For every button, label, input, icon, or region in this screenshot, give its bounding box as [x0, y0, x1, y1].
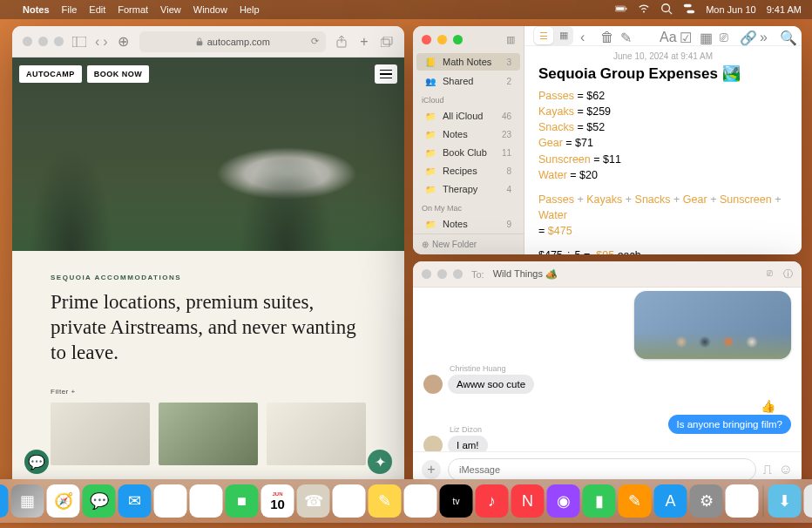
new-folder-button[interactable]: ⊕ New Folder: [413, 234, 524, 254]
shield-icon[interactable]: ⊕: [117, 33, 131, 50]
menu-edit[interactable]: Edit: [89, 4, 105, 15]
minimize-button[interactable]: [437, 35, 447, 44]
avatar[interactable]: [423, 436, 443, 451]
menubar-time[interactable]: 9:41 AM: [767, 4, 802, 15]
tabs-icon[interactable]: [380, 37, 394, 47]
dock-app-downloads[interactable]: ⬇: [768, 484, 802, 518]
dock-app-freeform[interactable]: ✏: [404, 484, 437, 518]
sidebar-item-folder[interactable]: 📁All iCloud46: [416, 107, 520, 125]
dock-app-safari[interactable]: 🧭: [47, 484, 80, 518]
dock-app-finder[interactable]: ☺: [0, 484, 9, 518]
emoji-icon[interactable]: ☺: [779, 462, 793, 477]
menubar-date[interactable]: Mon Jun 10: [706, 4, 755, 15]
dock-app-messages[interactable]: 💬: [83, 484, 116, 518]
tapback-thumbsup[interactable]: 👍: [668, 399, 791, 413]
dock-app-trash[interactable]: 🗑: [804, 484, 813, 518]
dock-app-tv[interactable]: tv: [440, 484, 473, 518]
back-button[interactable]: ‹: [95, 34, 99, 50]
dock-app-notes[interactable]: ✎: [369, 484, 402, 518]
media-icon[interactable]: ⎚: [720, 30, 733, 43]
dock-app-reminders[interactable]: ☰: [333, 484, 366, 518]
dock-app-podcasts[interactable]: ◉: [547, 484, 580, 518]
minimize-button[interactable]: [437, 269, 447, 279]
search-icon[interactable]: [660, 3, 673, 17]
compose-icon[interactable]: ✎: [620, 30, 633, 43]
dock-app-music[interactable]: ♪: [476, 484, 509, 518]
filter-button[interactable]: Filter +: [51, 388, 366, 396]
thumbnail-1[interactable]: [51, 403, 150, 465]
view-toggle[interactable]: ☰ ▦: [533, 26, 573, 45]
dock-app-numbers[interactable]: ▮: [583, 484, 616, 518]
avatar[interactable]: [423, 375, 443, 394]
audio-icon[interactable]: ⎍: [763, 462, 772, 477]
accessibility-fab[interactable]: ✦: [368, 450, 392, 474]
conversation-name[interactable]: Wild Things 🏕️: [493, 268, 558, 280]
sidebar-item-folder[interactable]: 📁Book Club11: [416, 144, 520, 161]
menu-help[interactable]: Help: [240, 4, 260, 15]
menu-window[interactable]: Window: [193, 4, 227, 15]
facetime-icon[interactable]: ⎚: [767, 267, 773, 281]
dock-app-news[interactable]: N: [511, 484, 545, 518]
sidebar-item-folder[interactable]: 📁Recipes8: [416, 162, 520, 179]
message-input[interactable]: [448, 458, 756, 481]
link-icon[interactable]: 🔗: [740, 30, 753, 43]
forward-button[interactable]: ›: [103, 34, 107, 50]
thumbnail-3[interactable]: [267, 403, 366, 465]
dock-app-contacts[interactable]: ☎: [297, 484, 330, 518]
book-now-button[interactable]: BOOK NOW: [87, 65, 150, 83]
back-icon[interactable]: ‹: [580, 30, 593, 43]
dock-app-launchpad[interactable]: ▦: [11, 484, 44, 518]
info-icon[interactable]: ⓘ: [783, 267, 793, 281]
grid-view-icon[interactable]: ▦: [554, 26, 573, 44]
close-button[interactable]: [23, 37, 32, 46]
zoom-button[interactable]: [54, 37, 64, 46]
message-bubble[interactable]: I am!: [448, 436, 488, 451]
new-tab-icon[interactable]: +: [357, 34, 371, 50]
battery-icon[interactable]: [615, 3, 627, 17]
dock-app-maps[interactable]: 🗺: [154, 484, 187, 518]
share-icon[interactable]: [335, 36, 348, 48]
sidebar-item-folder[interactable]: 📁Notes23: [416, 125, 520, 143]
sidebar-item-folder[interactable]: 📁Therapy4: [416, 180, 520, 198]
format-icon[interactable]: Aa: [660, 30, 673, 43]
zoom-button[interactable]: [453, 35, 463, 44]
trash-icon[interactable]: 🗑: [600, 30, 613, 43]
table-icon[interactable]: ▦: [700, 30, 713, 43]
sidebar-item-shared[interactable]: 👥 Shared 2: [416, 72, 520, 90]
apps-button[interactable]: +: [422, 460, 441, 479]
hamburger-menu[interactable]: [375, 64, 397, 84]
list-view-icon[interactable]: ☰: [534, 27, 553, 44]
app-menu[interactable]: Notes: [23, 4, 50, 15]
image-message[interactable]: [634, 291, 791, 359]
message-bubble[interactable]: Awww soo cute: [448, 375, 534, 394]
dock-app-settings[interactable]: ⚙: [690, 484, 723, 518]
chat-fab[interactable]: 💬: [24, 450, 49, 474]
zoom-button[interactable]: [453, 269, 463, 279]
menu-view[interactable]: View: [160, 4, 181, 15]
minimize-button[interactable]: [38, 37, 48, 46]
dock-app-mail[interactable]: ✉: [118, 484, 152, 518]
search-icon[interactable]: 🔍: [780, 30, 793, 43]
menu-format[interactable]: Format: [118, 4, 148, 15]
thumbnail-2[interactable]: [159, 403, 258, 465]
dock-app-calendar[interactable]: JUN10: [261, 484, 294, 518]
sidebar-item-mathnotes[interactable]: 📒 Math Notes 3: [416, 53, 520, 71]
message-bubble-mine[interactable]: Is anyone bringing film?: [668, 415, 791, 434]
more-icon[interactable]: »: [760, 30, 773, 43]
dock-app-iphone[interactable]: ▯: [726, 484, 759, 518]
close-button[interactable]: [422, 35, 431, 44]
url-field[interactable]: autocamp.com ⟳: [139, 31, 326, 52]
reload-icon[interactable]: ⟳: [311, 36, 319, 47]
wifi-icon[interactable]: [638, 3, 650, 17]
sidebar-icon[interactable]: [72, 37, 86, 47]
dock-app-facetime[interactable]: ■: [226, 484, 259, 518]
close-button[interactable]: [422, 269, 431, 279]
message-thread[interactable]: Christine Huang Awww soo cute 👍 Is anyon…: [413, 288, 802, 451]
control-center-icon[interactable]: [683, 3, 695, 17]
sidebar-item-folder[interactable]: 📁Notes9: [416, 215, 520, 233]
checklist-icon[interactable]: ☑: [680, 30, 693, 43]
sidebar-toggle-icon[interactable]: ▥: [506, 34, 515, 45]
brand-logo[interactable]: AUTOCAMP: [19, 65, 82, 83]
dock-app-photos[interactable]: ❀: [190, 484, 223, 518]
dock-app-pages[interactable]: ✎: [619, 484, 652, 518]
